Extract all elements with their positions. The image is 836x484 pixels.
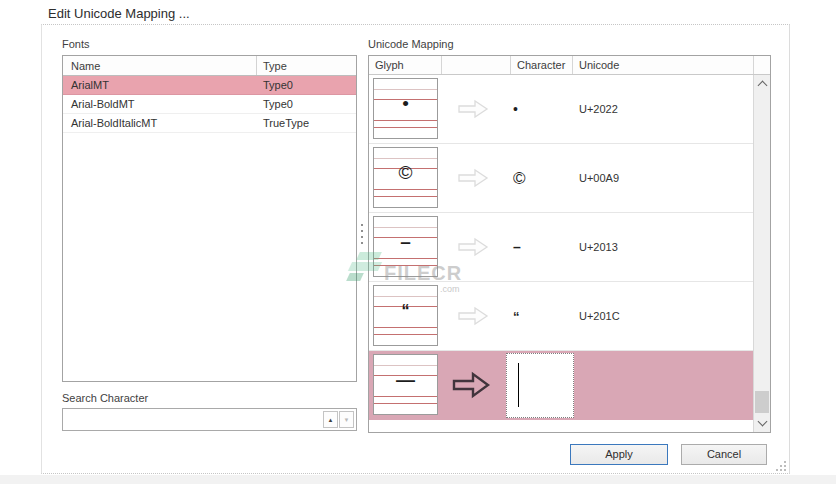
mapping-row-u2013[interactable]: – – U+2013 — [369, 213, 754, 282]
font-type: Type0 — [257, 76, 356, 94]
glyph-character: © — [374, 155, 437, 191]
text-caret — [518, 363, 519, 407]
cancel-button[interactable]: Cancel — [681, 444, 767, 465]
mapping-row-selected-editing[interactable]: — — [369, 351, 754, 420]
mapping-row-u201c[interactable]: “ “ U+201C — [369, 282, 754, 351]
chevron-down-icon — [757, 417, 767, 427]
mapping-scrollbar[interactable] — [753, 75, 770, 432]
scrollbar-thumb[interactable] — [755, 391, 769, 413]
edit-unicode-mapping-dialog: Edit Unicode Mapping ... Fonts Name Type… — [0, 0, 836, 484]
fonts-table: Name Type ArialMT Type0 Arial-BoldMT Typ… — [62, 55, 357, 382]
spinner-up-icon: ▲ — [328, 417, 334, 423]
spinner-down-icon: ▼ — [344, 417, 350, 423]
glyph-preview-cell: “ — [373, 285, 438, 346]
dialog-title: Edit Unicode Mapping ... — [48, 6, 190, 21]
spinner-up-button[interactable]: ▲ — [323, 411, 338, 428]
glyph-preview-cell: – — [373, 216, 438, 277]
arrow-right-icon — [457, 98, 489, 120]
font-name: ArialMT — [63, 76, 257, 94]
panel-splitter-grip[interactable] — [361, 224, 364, 252]
glyph-character: – — [374, 224, 437, 260]
arrow-right-icon — [451, 370, 491, 400]
font-row-arial-bolditalicmt[interactable]: Arial-BoldItalicMT TrueType — [63, 114, 356, 133]
mapping-column-header-character[interactable]: Character — [511, 56, 573, 74]
mapped-character: • — [513, 75, 518, 144]
glyph-preview-cell: © — [373, 147, 438, 208]
font-name: Arial-BoldItalicMT — [63, 114, 257, 132]
unicode-mapping-group-label: Unicode Mapping — [368, 38, 454, 50]
mapped-character: – — [513, 213, 521, 282]
fonts-column-header-type[interactable]: Type — [257, 56, 356, 75]
unicode-mapping-table: Glyph Character Unicode • • U+2022 © — [368, 55, 771, 433]
arrow-right-icon — [457, 236, 489, 258]
font-name: Arial-BoldMT — [63, 95, 257, 113]
glyph-preview-cell: — — [373, 354, 438, 415]
fonts-group-label: Fonts — [62, 38, 90, 50]
window-bottom-strip — [0, 475, 836, 484]
glyph-character: “ — [374, 293, 437, 329]
font-type: Type0 — [257, 95, 356, 113]
unicode-value: U+201C — [579, 282, 620, 351]
search-character-label: Search Character — [62, 392, 148, 404]
chevron-up-icon — [757, 81, 767, 91]
font-type: TrueType — [257, 114, 356, 132]
spinner-down-button[interactable]: ▼ — [339, 411, 354, 428]
search-character-field: ▲ ▼ — [62, 408, 357, 431]
apply-button[interactable]: Apply — [570, 444, 668, 465]
mapping-column-header-blank[interactable] — [442, 56, 511, 74]
mapping-table-header: Glyph Character Unicode — [369, 56, 770, 75]
glyph-preview-cell: • — [373, 78, 438, 139]
character-edit-box[interactable] — [506, 353, 574, 418]
fonts-column-header-name[interactable]: Name — [63, 56, 257, 75]
resize-grip[interactable] — [774, 461, 788, 473]
scroll-down-button[interactable] — [754, 415, 770, 432]
mapping-row-u00a9[interactable]: © © U+00A9 — [369, 144, 754, 213]
fonts-table-header: Name Type — [63, 56, 356, 76]
mapping-row-u2022[interactable]: • • U+2022 — [369, 75, 754, 144]
glyph-character: — — [374, 362, 437, 398]
mapping-table-body: • • U+2022 © © U+00A9 – — [369, 75, 770, 432]
mapping-column-header-glyph[interactable]: Glyph — [369, 56, 442, 74]
glyph-character: • — [374, 86, 437, 122]
search-character-input[interactable] — [63, 409, 356, 430]
unicode-value: U+2022 — [579, 75, 618, 144]
arrow-right-icon — [457, 305, 489, 327]
mapped-character: “ — [513, 282, 520, 351]
font-row-arial-boldmt[interactable]: Arial-BoldMT Type0 — [63, 95, 356, 114]
font-row-arialmt[interactable]: ArialMT Type0 — [63, 76, 356, 95]
mapped-character: © — [513, 144, 526, 213]
unicode-value: U+00A9 — [579, 144, 619, 213]
arrow-right-icon — [457, 167, 489, 189]
mapping-column-header-scroll — [754, 56, 770, 74]
mapping-column-header-unicode[interactable]: Unicode — [573, 56, 754, 74]
scroll-up-button[interactable] — [754, 75, 770, 92]
unicode-value: U+2013 — [579, 213, 618, 282]
